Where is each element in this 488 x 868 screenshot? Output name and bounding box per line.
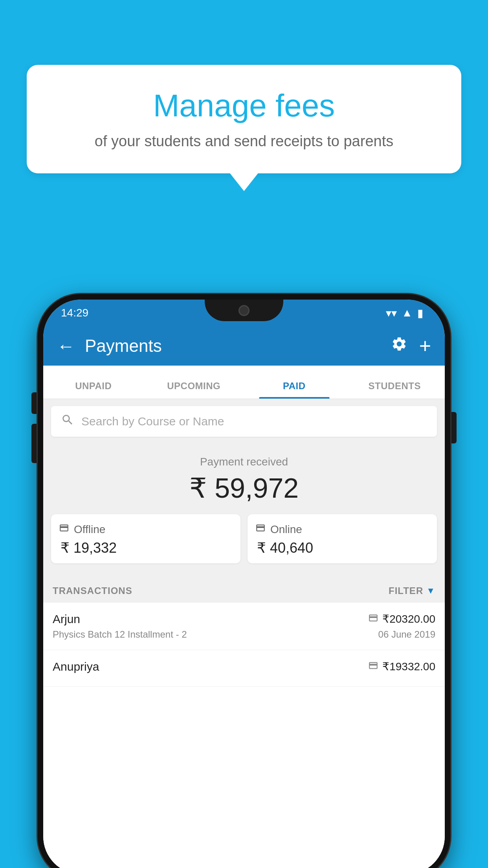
phone-container: 14:29 ▾▾ ▲ ▮ ← Payments + (38, 294, 450, 868)
search-bar[interactable]: Search by Course or Name (51, 406, 437, 437)
phone-screen: 14:29 ▾▾ ▲ ▮ ← Payments + (43, 300, 445, 868)
gear-icon (391, 336, 407, 352)
payment-cards: Offline ₹ 19,332 (51, 514, 437, 563)
offline-payment-icon (368, 660, 378, 673)
search-placeholder-text: Search by Course or Name (81, 415, 224, 428)
phone-volume-down-button (31, 424, 37, 463)
online-icon (255, 523, 266, 536)
transaction-name: Arjun (53, 612, 80, 626)
transaction-amount-wrap: ₹19332.00 (368, 660, 435, 673)
payment-total-amount: ₹ 59,972 (51, 472, 437, 504)
transaction-amount: ₹20320.00 (382, 612, 435, 625)
phone-power-button (451, 412, 457, 443)
transaction-name: Anupriya (53, 660, 99, 673)
filter-button[interactable]: FILTER ▼ (389, 585, 435, 596)
app-bar: ← Payments + (43, 326, 445, 366)
content-area: Search by Course or Name Payment receive… (43, 399, 445, 868)
online-card-header: Online (255, 523, 302, 536)
search-icon (61, 413, 74, 430)
offline-card-header: Offline (59, 523, 105, 536)
filter-label: FILTER (389, 585, 423, 596)
tab-upcoming[interactable]: UPCOMING (144, 381, 244, 399)
transaction-course: Physics Batch 12 Installment - 2 (53, 629, 187, 640)
tooltip-subtitle: of your students and send receipts to pa… (46, 131, 442, 152)
payment-received-label: Payment received (51, 456, 437, 468)
status-icons: ▾▾ ▲ ▮ (386, 307, 423, 320)
online-payment-card: Online ₹ 40,640 (248, 514, 437, 563)
transactions-label: TRANSACTIONS (53, 585, 132, 596)
filter-icon: ▼ (426, 586, 435, 596)
transaction-list: Arjun ₹20320.00 Physi (43, 603, 445, 868)
online-label: Online (270, 523, 302, 536)
battery-icon: ▮ (417, 307, 423, 320)
offline-label: Offline (74, 523, 105, 536)
signal-icon: ▲ (402, 307, 413, 319)
payment-summary: Payment received ₹ 59,972 Of (43, 444, 445, 579)
add-button[interactable]: + (419, 334, 431, 358)
wifi-icon: ▾▾ (386, 307, 397, 320)
transaction-sub-row: Physics Batch 12 Installment - 2 06 June… (53, 629, 435, 640)
phone-frame: 14:29 ▾▾ ▲ ▮ ← Payments + (38, 294, 450, 868)
tooltip-card: Manage fees of your students and send re… (27, 65, 461, 173)
app-title: Payments (85, 336, 391, 356)
settings-button[interactable] (391, 336, 407, 356)
online-payment-icon (368, 613, 378, 625)
transaction-date: 06 June 2019 (378, 629, 435, 640)
phone-notch (205, 300, 283, 321)
tab-students[interactable]: STUDENTS (345, 381, 445, 399)
offline-icon (59, 523, 69, 536)
tab-unpaid[interactable]: UNPAID (43, 381, 144, 399)
tab-bar: UNPAID UPCOMING PAID STUDENTS (43, 366, 445, 399)
transaction-item[interactable]: Arjun ₹20320.00 Physi (43, 603, 445, 650)
tab-paid[interactable]: PAID (244, 381, 345, 399)
phone-volume-up-button (31, 392, 37, 414)
transactions-header: TRANSACTIONS FILTER ▼ (43, 579, 445, 603)
online-amount: ₹ 40,640 (255, 540, 313, 556)
transaction-amount: ₹19332.00 (382, 660, 435, 673)
phone-camera (238, 305, 250, 316)
status-time: 14:29 (61, 307, 88, 319)
offline-payment-card: Offline ₹ 19,332 (51, 514, 240, 563)
transaction-row: Anupriya ₹19332.00 (53, 660, 435, 673)
transaction-item[interactable]: Anupriya ₹19332.00 (43, 650, 445, 687)
transaction-row: Arjun ₹20320.00 (53, 612, 435, 626)
back-button[interactable]: ← (57, 335, 75, 357)
transaction-amount-wrap: ₹20320.00 (368, 612, 435, 625)
tooltip-title: Manage fees (46, 88, 442, 123)
offline-amount: ₹ 19,332 (59, 540, 117, 556)
